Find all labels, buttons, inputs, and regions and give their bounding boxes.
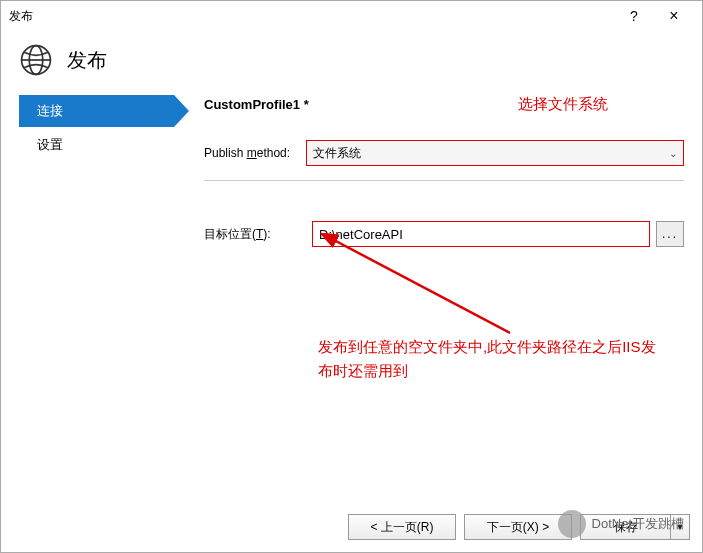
- annotation-bottom: 发布到任意的空文件夹中,此文件夹路径在之后IIS发布时还需用到: [318, 335, 658, 383]
- svg-line-3: [332, 239, 510, 333]
- target-path-input[interactable]: [312, 221, 650, 247]
- chevron-down-icon: ▼: [676, 522, 685, 532]
- save-split-button: 保存 ▼: [580, 514, 690, 540]
- publish-method-select[interactable]: 文件系统 ⌄: [306, 140, 684, 166]
- next-button[interactable]: 下一页(X) >: [464, 514, 572, 540]
- target-label: 目标位置(T):: [204, 226, 306, 243]
- close-button[interactable]: ×: [654, 7, 694, 25]
- globe-icon: [19, 43, 53, 77]
- sidebar: 连接 设置: [19, 95, 174, 247]
- sidebar-item-label: 连接: [37, 103, 63, 118]
- sidebar-item-connection[interactable]: 连接: [19, 95, 174, 127]
- publish-method-value: 文件系统: [313, 145, 361, 162]
- sidebar-item-settings[interactable]: 设置: [19, 129, 174, 161]
- save-dropdown-button[interactable]: ▼: [670, 514, 690, 540]
- target-row: 目标位置(T): ...: [204, 221, 684, 247]
- title-bar: 发布 ? ×: [1, 1, 702, 31]
- save-button[interactable]: 保存: [580, 514, 670, 540]
- button-bar: < 上一页(R) 下一页(X) > 保存 ▼: [348, 514, 690, 540]
- content-area: 连接 设置 CustomProfile1 * 选择文件系统 Publish me…: [1, 95, 702, 247]
- profile-name: CustomProfile1 *: [204, 97, 309, 112]
- publish-method-select-wrap: 文件系统 ⌄: [306, 140, 684, 166]
- window-title: 发布: [9, 8, 614, 25]
- sidebar-item-label: 设置: [37, 137, 63, 152]
- profile-header: CustomProfile1 * 选择文件系统: [204, 95, 684, 114]
- browse-button[interactable]: ...: [656, 221, 684, 247]
- form-area: CustomProfile1 * 选择文件系统 Publish method: …: [174, 95, 684, 247]
- divider: [204, 180, 684, 181]
- help-button[interactable]: ?: [614, 8, 654, 24]
- annotation-top: 选择文件系统: [518, 95, 684, 114]
- annotation-arrow-icon: [320, 233, 540, 343]
- prev-button[interactable]: < 上一页(R): [348, 514, 456, 540]
- publish-method-label: Publish method:: [204, 146, 306, 160]
- page-title: 发布: [67, 47, 107, 74]
- dialog-header: 发布: [1, 31, 702, 95]
- publish-method-row: Publish method: 文件系统 ⌄: [204, 140, 684, 166]
- chevron-down-icon: ⌄: [669, 148, 677, 159]
